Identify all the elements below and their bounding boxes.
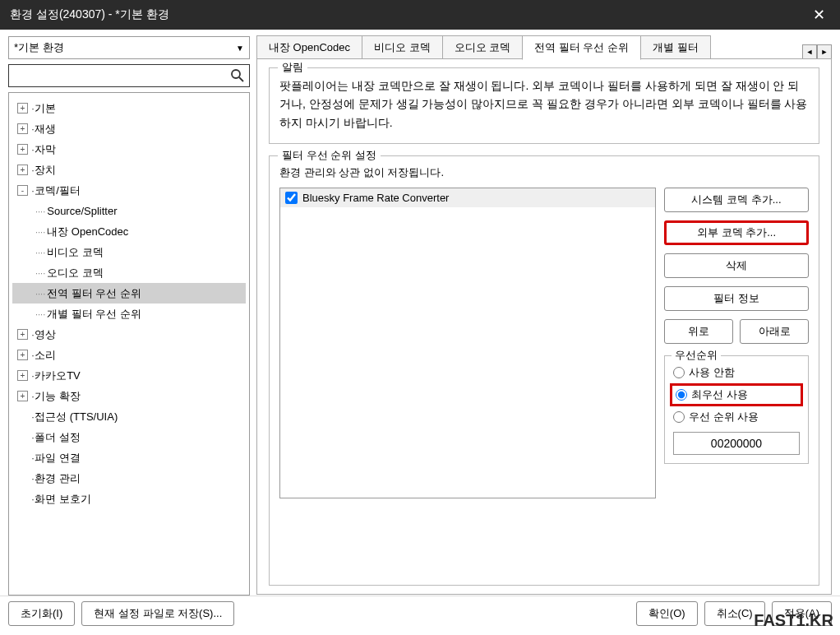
tree-item[interactable]: ··화면 보호기 <box>12 489 246 509</box>
tab[interactable]: 내장 OpenCodec <box>256 35 362 59</box>
tree-item-label: 기본 <box>35 101 56 116</box>
move-up-button[interactable]: 위로 <box>664 319 733 344</box>
move-down-button[interactable]: 아래로 <box>740 319 809 344</box>
tree-item[interactable]: -··코덱/필터 <box>12 180 246 201</box>
expand-icon[interactable]: + <box>17 329 28 340</box>
tree-item-label: 장치 <box>35 163 56 178</box>
tree-item[interactable]: ··파일 연결 <box>12 447 246 468</box>
ok-button[interactable]: 확인(O) <box>636 601 698 626</box>
tree-item-label: 파일 연결 <box>35 451 81 466</box>
svg-line-1 <box>239 77 243 81</box>
filter-list[interactable]: Bluesky Frame Rate Converter <box>279 188 656 498</box>
tab[interactable]: 오디오 코덱 <box>442 35 524 59</box>
right-panel: 내장 OpenCodec비디오 코덱오디오 코덱전역 필터 우선 순위개별 필터… <box>256 36 832 596</box>
tree-item-label: 개별 필터 우선 순위 <box>47 307 141 322</box>
expand-icon[interactable]: + <box>17 103 28 114</box>
tab-scroll-right[interactable]: ► <box>817 44 832 59</box>
tree-item-label: 자막 <box>35 142 56 157</box>
tree-item-label: 카카오TV <box>35 368 81 383</box>
tree-item-label: 화면 보호기 <box>35 492 91 507</box>
tab-content: 알림 팟플레이어는 내장 코덱만으로 잘 재생이 됩니다. 외부 코덱이나 필터… <box>256 58 832 595</box>
priority-radio-highest-input[interactable] <box>676 389 687 401</box>
chevron-down-icon: ▼ <box>236 44 244 53</box>
tree-item[interactable]: +··재생 <box>12 118 246 139</box>
tree-item[interactable]: +··소리 <box>12 345 246 365</box>
save-as-button[interactable]: 현재 설정 파일로 저장(S)... <box>81 601 234 626</box>
tree-item-label: 기능 확장 <box>35 389 81 404</box>
filter-priority-legend: 필터 우선 순위 설정 <box>278 148 381 163</box>
window-title: 환경 설정(240307) - *기본 환경 <box>10 7 169 22</box>
tab-scroll-left[interactable]: ◄ <box>802 44 817 59</box>
environment-select-value: *기본 환경 <box>14 40 64 55</box>
environment-select[interactable]: *기본 환경 ▼ <box>8 36 250 59</box>
tree-item[interactable]: ···· 비디오 코덱 <box>12 242 246 262</box>
tree-item-label: 비디오 코덱 <box>47 245 104 260</box>
tab[interactable]: 비디오 코덱 <box>362 35 443 59</box>
tab[interactable]: 개별 필터 <box>640 35 711 59</box>
notice-fieldset: 알림 팟플레이어는 내장 코덱만으로 잘 재생이 됩니다. 외부 코덱이나 필터… <box>269 67 819 144</box>
priority-value-input[interactable] <box>673 432 800 455</box>
settings-tree[interactable]: +··기본+··재생+··자막+··장치-··코덱/필터···· Source/… <box>8 92 250 596</box>
collapse-icon[interactable]: - <box>17 185 28 196</box>
add-external-codec-button[interactable]: 외부 코덱 추가... <box>664 220 809 245</box>
filter-buttons-column: 시스템 코덱 추가... 외부 코덱 추가... 삭제 필터 정보 위로 아래로… <box>664 188 809 498</box>
tab[interactable]: 전역 필터 우선 순위 <box>522 35 641 60</box>
tree-item-label: 영상 <box>35 327 56 342</box>
tree-item[interactable]: +··기본 <box>12 98 246 118</box>
filter-item-checkbox[interactable] <box>285 192 298 204</box>
priority-radio-custom-input[interactable] <box>673 411 685 423</box>
filter-list-item[interactable]: Bluesky Frame Rate Converter <box>280 188 655 207</box>
tree-item[interactable]: ···· Source/Splitter <box>12 201 246 221</box>
priority-legend: 우선순위 <box>672 348 721 363</box>
watermark: FAST1.KR <box>754 611 833 630</box>
tree-item[interactable]: +··장치 <box>12 160 246 180</box>
delete-button[interactable]: 삭제 <box>664 253 809 278</box>
notice-legend: 알림 <box>278 60 307 75</box>
left-panel: *기본 환경 ▼ +··기본+··재생+··자막+··장치-··코덱/필터···… <box>8 36 250 596</box>
tree-item-label: 내장 OpenCodec <box>47 225 128 239</box>
add-system-codec-button[interactable]: 시스템 코덱 추가... <box>664 188 809 212</box>
filter-info-button[interactable]: 필터 정보 <box>664 286 809 311</box>
tree-item[interactable]: ··환경 관리 <box>12 468 246 489</box>
expand-icon[interactable]: + <box>17 350 28 360</box>
bottom-bar: 초기화(I) 현재 설정 파일로 저장(S)... 확인(O) 취소(C) 적용… <box>0 596 840 631</box>
expand-icon[interactable]: + <box>17 165 28 175</box>
priority-radio-none-input[interactable] <box>673 367 685 378</box>
notice-text: 팟플레이어는 내장 코덱만으로 잘 재생이 됩니다. 외부 코덱이나 필터를 사… <box>279 76 809 132</box>
priority-radio-custom[interactable]: 우선 순위 사용 <box>673 407 800 427</box>
tree-item[interactable]: +··영상 <box>12 324 246 345</box>
tree-item-label: 폴더 설정 <box>35 430 81 445</box>
expand-icon[interactable]: + <box>17 391 28 401</box>
tree-item[interactable]: +··자막 <box>12 139 246 160</box>
expand-icon[interactable]: + <box>17 123 28 134</box>
tree-item[interactable]: ···· 내장 OpenCodec <box>12 221 246 242</box>
search-icon[interactable] <box>229 67 246 84</box>
expand-icon[interactable]: + <box>17 370 28 381</box>
tree-item-label: 코덱/필터 <box>35 183 81 198</box>
tree-item-label: 소리 <box>35 348 56 363</box>
tree-item-label: Source/Splitter <box>47 205 117 217</box>
tree-item-label: 환경 관리 <box>35 471 81 486</box>
tree-item[interactable]: +··기능 확장 <box>12 386 246 406</box>
priority-group: 우선순위 사용 안함 최우선 사용 우선 순위 사용 <box>664 355 809 464</box>
filter-priority-fieldset: 필터 우선 순위 설정 환경 관리와 상관 없이 저장됩니다. Bluesky … <box>269 155 819 586</box>
tree-item-label: 오디오 코덱 <box>47 266 104 280</box>
tree-item[interactable]: ···· 전역 필터 우선 순위 <box>12 283 246 304</box>
reset-button[interactable]: 초기화(I) <box>8 601 75 626</box>
close-icon[interactable]: ✕ <box>807 3 830 26</box>
tree-item[interactable]: +··카카오TV <box>12 365 246 386</box>
filter-item-label: Bluesky Frame Rate Converter <box>302 192 449 204</box>
tabs-row: 내장 OpenCodec비디오 코덱오디오 코덱전역 필터 우선 순위개별 필터… <box>256 36 832 59</box>
priority-radio-none-label: 사용 안함 <box>689 365 735 380</box>
tree-item-label: 재생 <box>35 122 56 137</box>
expand-icon[interactable]: + <box>17 144 28 155</box>
tree-item[interactable]: ··접근성 (TTS/UIA) <box>12 406 246 427</box>
search-input[interactable] <box>12 70 229 82</box>
priority-radio-none[interactable]: 사용 안함 <box>673 363 800 382</box>
search-row <box>8 64 250 87</box>
tree-item[interactable]: ··폴더 설정 <box>12 427 246 447</box>
tree-item[interactable]: ···· 오디오 코덱 <box>12 262 246 283</box>
tree-item[interactable]: ···· 개별 필터 우선 순위 <box>12 304 246 324</box>
priority-radio-highest[interactable]: 최우선 사용 <box>670 383 803 406</box>
tree-item-label: 전역 필터 우선 순위 <box>47 286 141 301</box>
